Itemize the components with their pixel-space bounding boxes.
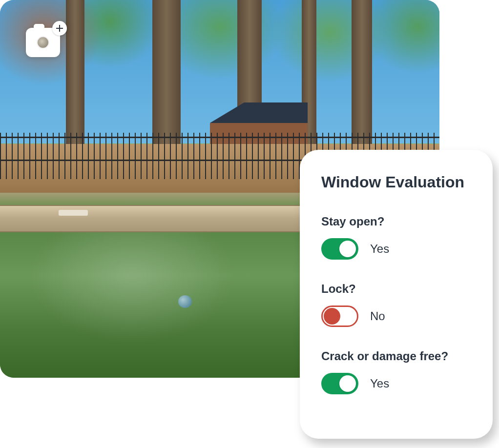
photo-ball bbox=[178, 295, 192, 308]
question-label: Lock? bbox=[321, 282, 471, 296]
toggle-knob bbox=[339, 241, 356, 257]
question-stay-open: Stay open? Yes bbox=[321, 215, 471, 260]
add-photo-button[interactable] bbox=[26, 28, 60, 57]
toggle-value-label: No bbox=[370, 309, 385, 323]
toggle-value-label: Yes bbox=[370, 377, 389, 390]
window-evaluation-card: Window Evaluation Stay open? Yes Lock? N… bbox=[300, 150, 493, 439]
question-label: Stay open? bbox=[321, 215, 471, 228]
camera-icon bbox=[37, 36, 49, 49]
question-label: Crack or damage free? bbox=[321, 349, 471, 363]
toggle-stay-open[interactable] bbox=[321, 238, 358, 260]
toggle-value-label: Yes bbox=[370, 242, 389, 256]
toggle-damage-free[interactable] bbox=[321, 373, 358, 394]
toggle-knob bbox=[339, 375, 356, 392]
plus-icon bbox=[52, 21, 67, 36]
question-damage-free: Crack or damage free? Yes bbox=[321, 349, 471, 394]
card-title: Window Evaluation bbox=[321, 173, 471, 191]
question-lock: Lock? No bbox=[321, 282, 471, 327]
toggle-knob bbox=[324, 308, 340, 325]
toggle-lock[interactable] bbox=[321, 305, 358, 327]
